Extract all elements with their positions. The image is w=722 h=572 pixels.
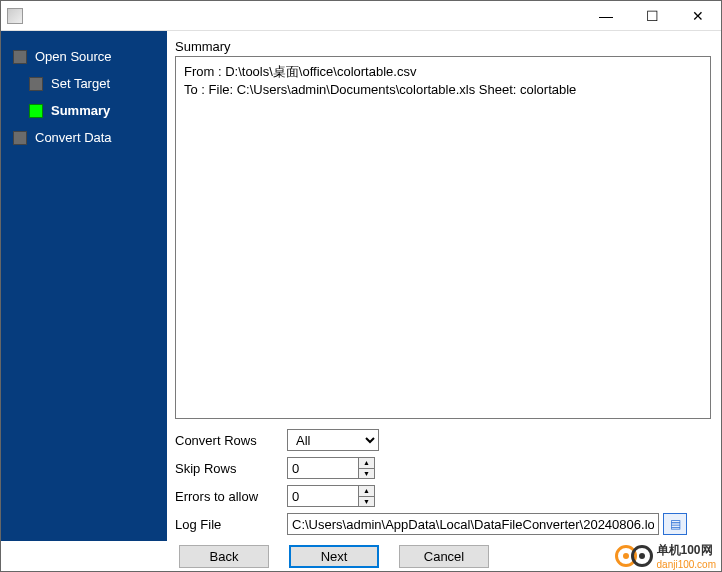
chevron-down-icon[interactable]: ▼ (359, 469, 374, 479)
step-label: Summary (51, 103, 110, 118)
wizard-sidebar: Open Source Set Target Summary Convert D… (1, 31, 167, 541)
sidebar-item-open-source[interactable]: Open Source (1, 43, 167, 70)
sidebar-item-summary[interactable]: Summary (1, 97, 167, 124)
skip-rows-spinner[interactable]: ▲▼ (359, 457, 375, 479)
main-panel: Summary From : D:\tools\桌面\office\colort… (167, 31, 721, 541)
next-button[interactable]: Next (289, 545, 379, 568)
browse-log-button[interactable]: ▤ (663, 513, 687, 535)
skip-rows-label: Skip Rows (175, 461, 287, 476)
step-icon (29, 77, 43, 91)
chevron-up-icon[interactable]: ▲ (359, 458, 374, 469)
summary-textarea[interactable]: From : D:\tools\桌面\office\colortable.csv… (175, 56, 711, 419)
summary-section-label: Summary (175, 39, 711, 54)
step-label: Set Target (51, 76, 110, 91)
summary-line: From : D:\tools\桌面\office\colortable.csv (184, 63, 702, 81)
errors-allow-spinner[interactable]: ▲▼ (359, 485, 375, 507)
titlebar: — ☐ ✕ (1, 1, 721, 31)
app-icon (7, 8, 23, 24)
step-label: Convert Data (35, 130, 112, 145)
step-icon (13, 131, 27, 145)
step-label: Open Source (35, 49, 112, 64)
errors-allow-label: Errors to allow (175, 489, 287, 504)
skip-rows-input[interactable] (287, 457, 359, 479)
minimize-button[interactable]: — (583, 1, 629, 31)
convert-rows-label: Convert Rows (175, 433, 287, 448)
chevron-down-icon[interactable]: ▼ (359, 497, 374, 507)
summary-line: To : File: C:\Users\admin\Documents\colo… (184, 81, 702, 99)
sidebar-item-set-target[interactable]: Set Target (1, 70, 167, 97)
log-file-label: Log File (175, 517, 287, 532)
chevron-up-icon[interactable]: ▲ (359, 486, 374, 497)
cancel-button[interactable]: Cancel (399, 545, 489, 568)
close-button[interactable]: ✕ (675, 1, 721, 31)
document-icon: ▤ (670, 517, 681, 531)
step-icon (29, 104, 43, 118)
log-file-input[interactable] (287, 513, 659, 535)
step-icon (13, 50, 27, 64)
wizard-footer: Back Next Cancel (1, 541, 721, 571)
options-panel: Convert Rows All Skip Rows ▲▼ Errors to … (175, 429, 711, 541)
convert-rows-select[interactable]: All (287, 429, 379, 451)
back-button[interactable]: Back (179, 545, 269, 568)
errors-allow-input[interactable] (287, 485, 359, 507)
sidebar-item-convert-data[interactable]: Convert Data (1, 124, 167, 151)
maximize-button[interactable]: ☐ (629, 1, 675, 31)
